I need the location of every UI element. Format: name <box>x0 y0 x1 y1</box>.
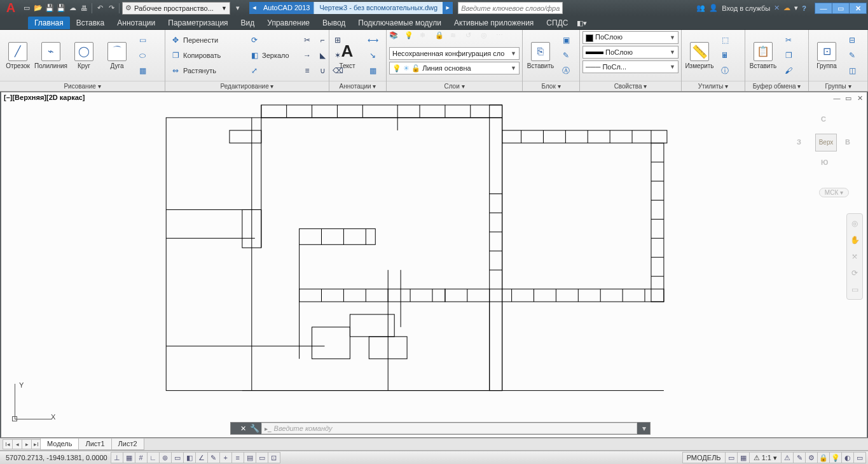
panel-groups-title[interactable]: Группы ▾ <box>809 81 867 91</box>
keyword-search-input[interactable] <box>458 2 563 14</box>
command-input[interactable]: ▸_ Введите команду <box>261 423 637 434</box>
tab-annotate[interactable]: Аннотации <box>111 17 162 29</box>
circle-button[interactable]: ◯Круг <box>69 31 99 80</box>
status-isolate-icon[interactable]: ◐ <box>841 452 854 463</box>
cmdline-recent-icon[interactable]: ▾ <box>638 424 650 433</box>
title-next-icon[interactable]: ► <box>443 2 453 14</box>
status-tpy-icon[interactable]: ▤ <box>244 452 256 463</box>
layer-state-dropdown[interactable]: Несохраненная конфигурация сло▼ <box>389 47 520 60</box>
offset-icon[interactable]: ≡ <box>300 64 314 78</box>
panel-draw-title[interactable]: Рисование ▾ <box>0 81 165 91</box>
draw-extra-1[interactable]: ▭ <box>135 33 150 47</box>
qat-undo-icon[interactable]: ↶ <box>95 3 105 13</box>
table-button[interactable]: ▦ <box>365 64 380 78</box>
status-qp-icon[interactable]: ▭ <box>256 452 268 463</box>
panel-modify-title[interactable]: Редактирование ▾ <box>165 81 329 91</box>
group-button[interactable]: ⊡Группа <box>811 31 842 80</box>
close-button[interactable]: ✕ <box>849 3 867 14</box>
copy-clip-button[interactable]: ❐ <box>781 48 796 62</box>
layerprop-icon[interactable]: 📚 <box>389 31 403 45</box>
panel-layers-title[interactable]: Слои ▾ <box>387 81 522 91</box>
tab-output[interactable]: Вывод <box>316 17 352 29</box>
status-ws-icon[interactable]: ⚙ <box>805 452 818 463</box>
tab-spds[interactable]: СПДС <box>540 17 574 29</box>
copy-button[interactable]: ❐Копировать <box>168 48 244 62</box>
id-button[interactable]: ⓘ <box>717 64 733 78</box>
tab-prev-icon[interactable]: ◂ <box>12 439 22 449</box>
qat-redo-icon[interactable]: ↷ <box>106 3 116 13</box>
panel-annot-title[interactable]: Аннотации ▾ <box>329 81 386 91</box>
cut-button[interactable]: ✂ <box>781 33 796 47</box>
groupedit-button[interactable]: ✎ <box>844 48 860 62</box>
exchange-icon[interactable]: ✕ <box>774 4 780 12</box>
status-lock-icon[interactable]: 🔒 <box>817 452 830 463</box>
insert-block-button[interactable]: ⎘Вставить <box>525 31 556 80</box>
fillet-icon[interactable]: ⌐ <box>315 33 329 47</box>
text-button[interactable]: АТекст <box>332 31 362 80</box>
signin-label[interactable]: Вход в службы <box>722 4 770 12</box>
dim-button[interactable]: ⟷ <box>365 33 380 47</box>
layout2-tab[interactable]: Лист2 <box>111 439 144 450</box>
layerfreeze-icon[interactable]: ❄ <box>420 31 434 45</box>
qat-plot-icon[interactable]: 🖶 <box>79 3 89 13</box>
chamfer-icon[interactable]: ◣ <box>315 48 329 62</box>
move-button[interactable]: ✥Перенести <box>168 33 244 47</box>
color-bylayer-dropdown[interactable]: ПоСлою▼ <box>582 31 679 44</box>
measure-button[interactable]: 📏Измерить <box>684 31 715 80</box>
mirror-button[interactable]: ◧Зеркало <box>247 48 298 62</box>
status-annoauto-icon[interactable]: ✎ <box>793 452 806 463</box>
status-snap-icon[interactable]: ▦ <box>123 452 135 463</box>
qat-cloud-icon[interactable]: ☁ <box>67 3 78 13</box>
cloud-icon[interactable]: ☁ <box>783 4 790 12</box>
status-3dosnap-icon[interactable]: ◧ <box>183 452 196 463</box>
groupsel-button[interactable]: ◫ <box>844 64 860 78</box>
qat-save-icon[interactable]: 💾 <box>45 3 55 13</box>
status-coordinates[interactable]: 57070.2713, -1949.1381, 0.0000 <box>2 454 111 461</box>
help-dd-icon[interactable]: ▾ <box>794 4 798 12</box>
draw-extra-2[interactable]: ⬭ <box>135 48 150 62</box>
network-icon[interactable]: 👥 <box>696 4 705 12</box>
arc-button[interactable]: ⌒Дуга <box>102 31 132 80</box>
attr-block-button[interactable]: Ⓐ <box>558 64 574 78</box>
status-clean-icon[interactable]: ▭ <box>853 452 866 463</box>
status-polar-icon[interactable]: ⊛ <box>159 452 172 463</box>
status-model[interactable]: РМОДЕЛЬ <box>682 452 726 463</box>
tab-overflow-icon[interactable]: ◧▾ <box>577 19 587 27</box>
title-prev-icon[interactable]: ◄ <box>249 2 259 14</box>
status-grid-icon[interactable]: # <box>135 452 148 463</box>
qat-new-icon[interactable]: ▭ <box>22 3 32 13</box>
panel-utils-title[interactable]: Утилиты ▾ <box>682 81 745 91</box>
status-ortho-icon[interactable]: ∟ <box>147 452 160 463</box>
tab-insert[interactable]: Вставка <box>70 17 111 29</box>
layermatch-icon[interactable]: ≋ <box>450 31 464 45</box>
status-otrack-icon[interactable]: ∠ <box>195 452 208 463</box>
status-lwt-icon[interactable]: ≡ <box>231 452 244 463</box>
panel-block-title[interactable]: Блок ▾ <box>523 81 579 91</box>
layer-current-dropdown[interactable]: 💡 ☀ 🔓 Линия основна▼ <box>389 62 520 74</box>
qat-open-icon[interactable]: 📂 <box>33 3 43 13</box>
trim-icon[interactable]: ✂ <box>300 33 314 47</box>
status-osnap-icon[interactable]: ▭ <box>171 452 184 463</box>
drawing-viewport[interactable]: [–][Верхняя][2D каркас] — ▭ ✕ С Ю З В Ве… <box>1 92 867 438</box>
cmdline-close-icon[interactable]: ✕ <box>237 425 249 433</box>
layout1-tab[interactable]: Лист1 <box>78 439 111 450</box>
ungroup-button[interactable]: ⊟ <box>844 33 860 47</box>
status-dynin-icon[interactable]: + <box>219 452 232 463</box>
tab-first-icon[interactable]: I◂ <box>3 439 13 449</box>
status-infer-icon[interactable]: ⊥ <box>111 452 123 463</box>
rotate-button[interactable]: ⟳ <box>247 33 298 47</box>
status-grid2-icon[interactable]: ▦ <box>737 452 750 463</box>
layeriso-icon[interactable]: ◎ <box>481 31 495 45</box>
scale-button[interactable]: ⤢ <box>247 64 298 78</box>
cmdline-tools-icon[interactable]: 🔧 <box>249 424 260 433</box>
status-paper-icon[interactable]: ▭ <box>725 452 738 463</box>
tab-view[interactable]: Вид <box>235 17 261 29</box>
tab-active-apps[interactable]: Активные приложения <box>448 17 540 29</box>
help-icon[interactable]: ? <box>802 4 806 12</box>
leader-button[interactable]: ↘ <box>365 48 380 62</box>
qat-more-icon[interactable]: ▾ <box>233 3 243 13</box>
paste-button[interactable]: 📋Вставить <box>748 31 778 80</box>
minimize-button[interactable]: — <box>815 3 832 14</box>
draw-extra-3[interactable]: ▦ <box>135 64 150 78</box>
layeroff-icon[interactable]: 💡 <box>404 31 418 45</box>
